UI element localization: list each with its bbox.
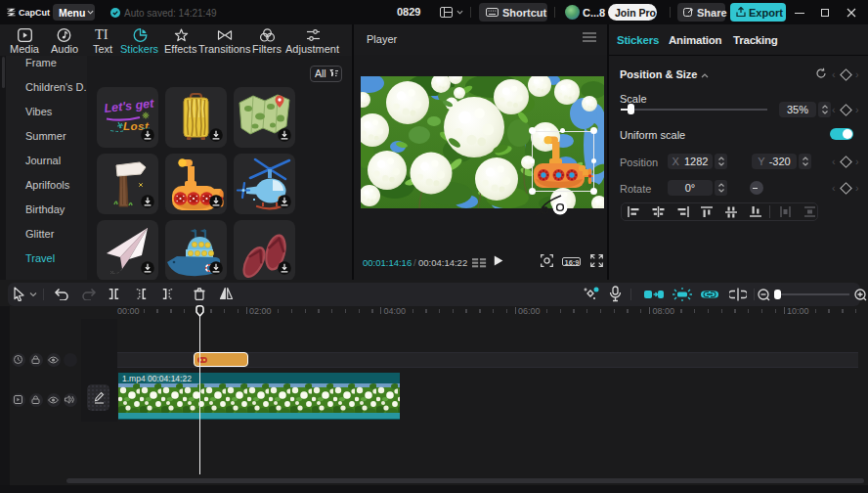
svg-text:Let's get: Let's get	[104, 97, 155, 115]
